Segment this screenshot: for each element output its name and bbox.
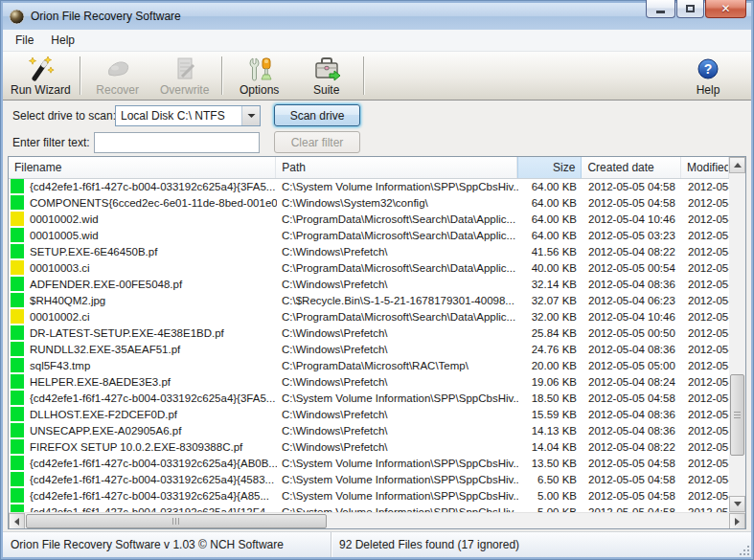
scroll-up-button[interactable] [729,157,745,173]
cell-num: 32.07 KB [518,295,583,306]
drive-select[interactable]: Local Disk C:\ NTFS [115,105,261,126]
table-body: {cd42efe1-f6f1-427c-b004-033192c625a4}{3… [9,178,729,512]
cell-path: C:\Windows\Prefetch\ [277,376,518,388]
cell-date: 2012-05-0 [683,213,729,225]
column-header-path[interactable]: Path [276,157,516,178]
toolbar-button-label: Help [697,83,720,97]
table-row[interactable]: {cd42efe1-f6f1-427c-b004-033192c625a4}{A… [9,455,729,471]
drive-select-label: Select drive to scan: [12,109,116,123]
table-row[interactable]: 00010003.ciC:\ProgramData\Microsoft\Sear… [9,259,729,276]
table-row[interactable]: 00010002.widC:\ProgramData\Microsoft\Sea… [9,211,729,227]
table-row[interactable]: COMPONENTS{6cced2ec-6e01-11de-8bed-001e0… [9,194,729,211]
cell-date: 2012-05-0 [683,197,729,209]
clear-filter-button-label: Clear filter [291,136,344,149]
cell-date: 2012-05-0 [683,246,729,258]
column-header-filename[interactable]: Filename [9,157,276,178]
filter-input[interactable] [94,132,260,153]
cell-fname: DLLHOST.EXE-F2DCEF0D.pf [24,409,277,420]
cell-path: C:\Windows\Prefetch\ [277,344,518,355]
table-row[interactable]: SETUP.EXE-6E46450B.pfC:\Windows\Prefetch… [9,243,729,259]
vertical-scrollbar[interactable] [729,157,745,512]
table-row[interactable]: {cd42efe1-f6f1-427c-b004-033192c625a4}{4… [9,471,729,487]
minimize-button[interactable] [646,0,675,18]
status-color-square [11,260,24,275]
maximize-button[interactable] [676,0,704,18]
table-row[interactable]: {cd42efe1-f6f1-427c-b004-033192c625a4}{3… [9,178,729,194]
toolbar-button-options[interactable]: Options [226,52,293,100]
cell-num: 64.00 KB [518,213,583,225]
toolbar-button-label: Options [240,83,279,97]
column-header-created-date[interactable]: Created date [582,157,681,178]
scroll-right-button[interactable] [729,513,745,529]
cell-fname: RUNDLL32.EXE-35AEAF51.pf [24,344,277,355]
window-title: Orion File Recovery Software [31,10,181,23]
status-color-square [11,277,24,291]
table-row[interactable]: {cd42efe1-f6f1-427c-b004-033192c625a4}{1… [9,504,729,512]
cell-fname: sql5F43.tmp [24,360,277,371]
column-header-size[interactable]: Size [517,157,583,178]
cell-date: 2012-05-0 [683,311,729,323]
table-row[interactable]: {cd42efe1-f6f1-427c-b004-033192c625a4}{A… [9,487,729,504]
grip-icon [734,412,741,419]
table-row[interactable]: UNSECAPP.EXE-A02905A6.pfC:\Windows\Prefe… [9,422,729,438]
cell-path: C:\System Volume Information\SPP\SppCbsH… [277,458,518,469]
cell-date: 2012-05-04 08:22 [583,441,683,453]
cell-fname: 00010003.ci [24,262,277,274]
cell-date: 2012-05-04 06:23 [583,295,683,306]
close-button[interactable]: ✕ [705,0,746,18]
status-color-square [11,456,24,470]
cell-date: 2012-05-0 [683,295,729,306]
cell-path: C:\Windows\Prefetch\ [277,425,518,437]
toolbar-button-help[interactable]: ? Help [674,52,742,100]
toolbar-button-run-wizard[interactable]: Run Wizard [5,52,77,100]
cell-num: 32.14 KB [518,279,583,290]
cell-fname: {cd42efe1-f6f1-427c-b004-033192c625a4}{3… [24,181,277,192]
table-row[interactable]: HELPER.EXE-8AEDE3E3.pfC:\Windows\Prefetc… [9,373,729,390]
table-row[interactable]: $RH40QM2.jpgC:\$Recycle.Bin\S-1-5-21-167… [9,292,729,308]
cell-num: 64.00 KB [518,197,583,209]
table-row[interactable]: 00010002.ciC:\ProgramData\Microsoft\Sear… [9,308,729,325]
cell-path: C:\Windows\Prefetch\ [277,409,518,420]
cell-date: 2012-05-0 [683,376,729,388]
close-icon: ✕ [720,3,730,14]
toolbar-button-recover: Recover [84,52,151,100]
cell-date: 2012-05-04 10:46 [583,311,683,323]
cell-num: 64.00 KB [518,181,583,192]
menu-item-help[interactable]: Help [42,30,83,51]
table-row[interactable]: FIREFOX SETUP 10.0.2.EXE-8309388C.pfC:\W… [9,438,729,455]
svg-text:?: ? [704,61,713,77]
status-color-square [11,342,24,356]
horizontal-scrollbar-thumb[interactable] [26,514,327,528]
scroll-down-button[interactable] [729,496,745,512]
cell-date: 2012-05-0 [683,441,729,453]
cell-fname: 00010005.wid [24,230,277,241]
cell-path: C:\System Volume Information\SPP\SppCbsH… [277,181,518,192]
table-row[interactable]: sql5F43.tmpC:\ProgramData\Microsoft\RAC\… [9,357,729,373]
cell-date: 2012-05-0 [683,279,729,290]
resize-grip[interactable] [739,545,750,556]
toolbar-separator [221,56,223,95]
drive-select-value: Local Disk C:\ NTFS [116,109,241,123]
scroll-left-button[interactable] [9,513,25,529]
horizontal-scrollbar[interactable] [9,512,745,528]
menu-item-file[interactable]: File [7,30,42,51]
vertical-scrollbar-thumb[interactable] [730,374,744,456]
cell-path: C:\Windows\Prefetch\ [277,441,518,453]
cell-num: 13.50 KB [518,458,583,469]
table-row[interactable]: {cd42efe1-f6f1-427c-b004-033192c625a4}{3… [9,390,729,406]
cell-num: 41.56 KB [518,246,583,258]
column-header-label: Size [553,161,575,174]
column-header-label: Modified [687,161,729,174]
table-row[interactable]: ADFENDER.EXE-00FE5048.pfC:\Windows\Prefe… [9,276,729,292]
cell-fname: SETUP.EXE-6E46450B.pf [24,246,277,258]
cell-num: 14.13 KB [518,425,583,437]
controls-panel: Select drive to scan: Local Disk C:\ NTF… [3,101,751,156]
minimize-icon [656,11,665,13]
toolbar-button-suite[interactable]: Suite [293,52,360,100]
column-header-modified[interactable]: Modified [681,157,729,178]
table-row[interactable]: DR-LATEST-SETUP.EXE-4E38E1BD.pfC:\Window… [9,325,729,341]
table-row[interactable]: 00010005.widC:\ProgramData\Microsoft\Sea… [9,227,729,243]
table-row[interactable]: DLLHOST.EXE-F2DCEF0D.pfC:\Windows\Prefet… [9,406,729,422]
table-row[interactable]: RUNDLL32.EXE-35AEAF51.pfC:\Windows\Prefe… [9,341,729,357]
scan-drive-button[interactable]: Scan drive [274,104,360,126]
